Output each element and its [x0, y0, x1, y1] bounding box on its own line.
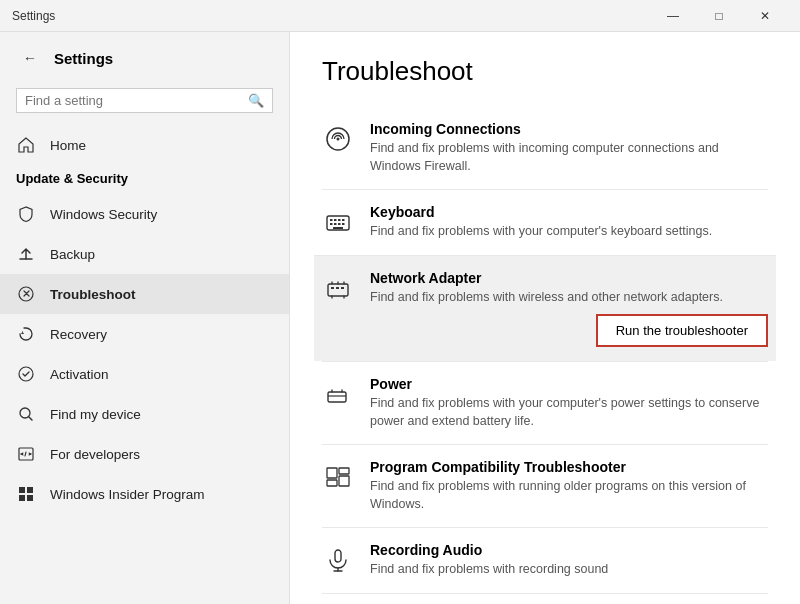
svg-rect-28 — [339, 476, 349, 486]
shield-icon — [16, 204, 36, 224]
svg-rect-27 — [339, 468, 349, 474]
app-body: ← Settings 🔍 Home Update & Security — [0, 32, 800, 604]
svg-rect-17 — [333, 227, 343, 229]
svg-rect-29 — [335, 550, 341, 562]
sidebar-item-home[interactable]: Home — [0, 125, 289, 165]
close-button[interactable]: ✕ — [742, 0, 788, 32]
run-troubleshooter-button[interactable]: Run the troubleshooter — [596, 314, 768, 347]
svg-rect-16 — [334, 223, 337, 225]
svg-rect-6 — [19, 495, 25, 501]
svg-rect-23 — [341, 287, 344, 289]
sidebar-item-windows-insider-label: Windows Insider Program — [50, 487, 205, 502]
troubleshoot-item-incoming-connections: Incoming Connections Find and fix proble… — [322, 107, 768, 189]
sidebar-item-troubleshoot-label: Troubleshoot — [50, 287, 136, 302]
page-title: Troubleshoot — [322, 56, 768, 87]
backup-icon — [16, 244, 36, 264]
title-bar-controls: — □ ✕ — [650, 0, 788, 32]
svg-rect-25 — [327, 468, 337, 478]
sidebar-item-windows-security[interactable]: Windows Security — [0, 194, 289, 234]
network-adapter-text: Network Adapter Find and fix problems wi… — [370, 270, 768, 348]
sidebar-section-title: Update & Security — [0, 165, 289, 194]
title-bar-title: Settings — [12, 9, 55, 23]
svg-point-9 — [337, 138, 340, 141]
sidebar-app-title: Settings — [54, 50, 113, 67]
minimize-button[interactable]: — — [650, 0, 696, 32]
sidebar-item-backup[interactable]: Backup — [0, 234, 289, 274]
sidebar-item-find-my-device[interactable]: Find my device — [0, 394, 289, 434]
title-bar-left: Settings — [12, 9, 55, 23]
svg-rect-5 — [27, 487, 33, 493]
keyboard-icon — [322, 206, 354, 238]
activation-icon — [16, 364, 36, 384]
svg-rect-22 — [336, 287, 339, 289]
search-box[interactable]: 🔍 — [16, 88, 273, 113]
sidebar-item-windows-security-label: Windows Security — [50, 207, 157, 222]
main-content: Troubleshoot Incoming Connections Find a… — [290, 32, 800, 604]
incoming-connections-title: Incoming Connections — [370, 121, 768, 137]
sidebar-item-activation-label: Activation — [50, 367, 109, 382]
sidebar-item-activation[interactable]: Activation — [0, 354, 289, 394]
sidebar-item-find-my-device-label: Find my device — [50, 407, 141, 422]
troubleshoot-item-keyboard: Keyboard Find and fix problems with your… — [322, 189, 768, 255]
sidebar-header: ← Settings — [0, 32, 289, 84]
keyboard-desc: Find and fix problems with your computer… — [370, 223, 768, 241]
back-button[interactable]: ← — [16, 44, 44, 72]
sidebar-item-troubleshoot[interactable]: Troubleshoot — [0, 274, 289, 314]
troubleshoot-item-power: Power Find and fix problems with your co… — [322, 361, 768, 444]
troubleshoot-icon — [16, 284, 36, 304]
svg-rect-15 — [330, 223, 333, 225]
recording-audio-desc: Find and fix problems with recording sou… — [370, 561, 768, 579]
recovery-icon — [16, 324, 36, 344]
maximize-button[interactable]: □ — [696, 0, 742, 32]
home-icon — [16, 135, 36, 155]
svg-rect-13 — [338, 219, 341, 221]
svg-rect-4 — [19, 487, 25, 493]
sidebar-item-for-developers-label: For developers — [50, 447, 140, 462]
sidebar-item-home-label: Home — [50, 138, 86, 153]
svg-rect-21 — [331, 287, 334, 289]
power-desc: Find and fix problems with your computer… — [370, 395, 768, 430]
network-adapter-title: Network Adapter — [370, 270, 768, 286]
svg-rect-19 — [342, 223, 345, 225]
recording-audio-title: Recording Audio — [370, 542, 768, 558]
svg-rect-7 — [27, 495, 33, 501]
keyboard-title: Keyboard — [370, 204, 768, 220]
incoming-connections-text: Incoming Connections Find and fix proble… — [370, 121, 768, 175]
title-bar: Settings — □ ✕ — [0, 0, 800, 32]
program-compatibility-text: Program Compatibility Troubleshooter Fin… — [370, 459, 768, 513]
sidebar-item-for-developers[interactable]: For developers — [0, 434, 289, 474]
svg-rect-18 — [338, 223, 341, 225]
power-icon — [322, 378, 354, 410]
recording-audio-icon — [322, 544, 354, 576]
program-compatibility-desc: Find and fix problems with running older… — [370, 478, 768, 513]
find-device-icon — [16, 404, 36, 424]
windows-insider-icon — [16, 484, 36, 504]
sidebar: ← Settings 🔍 Home Update & Security — [0, 32, 290, 604]
svg-rect-20 — [328, 284, 348, 296]
network-adapter-icon — [322, 272, 354, 304]
power-text: Power Find and fix problems with your co… — [370, 376, 768, 430]
sidebar-item-windows-insider[interactable]: Windows Insider Program — [0, 474, 289, 514]
troubleshoot-item-program-compatibility: Program Compatibility Troubleshooter Fin… — [322, 444, 768, 527]
svg-rect-12 — [334, 219, 337, 221]
svg-rect-24 — [328, 392, 346, 402]
run-btn-container: Run the troubleshooter — [370, 314, 768, 347]
search-icon: 🔍 — [248, 93, 264, 108]
troubleshoot-item-search-indexing: Search and Indexing Find and fix problem… — [322, 593, 768, 605]
search-input[interactable] — [25, 93, 242, 108]
sidebar-item-backup-label: Backup — [50, 247, 95, 262]
power-title: Power — [370, 376, 768, 392]
network-adapter-desc: Find and fix problems with wireless and … — [370, 289, 768, 307]
sidebar-item-recovery[interactable]: Recovery — [0, 314, 289, 354]
troubleshoot-item-network-adapter: Network Adapter Find and fix problems wi… — [314, 255, 776, 362]
svg-rect-26 — [327, 480, 337, 486]
program-compatibility-icon — [322, 461, 354, 493]
recording-audio-text: Recording Audio Find and fix problems wi… — [370, 542, 768, 579]
svg-rect-14 — [342, 219, 345, 221]
svg-point-1 — [19, 367, 33, 381]
sidebar-item-recovery-label: Recovery — [50, 327, 107, 342]
program-compatibility-title: Program Compatibility Troubleshooter — [370, 459, 768, 475]
svg-rect-11 — [330, 219, 333, 221]
developers-icon — [16, 444, 36, 464]
troubleshoot-item-recording-audio: Recording Audio Find and fix problems wi… — [322, 527, 768, 593]
